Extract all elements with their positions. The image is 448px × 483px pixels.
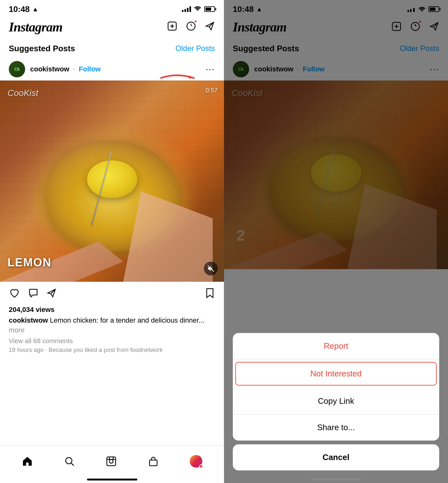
right-post-image: CooKist 2 — [224, 80, 448, 269]
right-instagram-logo: Instagram — [233, 19, 287, 35]
nav-icons — [167, 21, 215, 33]
video-duration: 0:57 — [205, 87, 218, 94]
suggested-header: Suggested Posts Older Posts — [0, 39, 224, 58]
right-nav-bar: Instagram — [224, 16, 448, 39]
more-link[interactable]: more — [9, 326, 25, 334]
lemon-label: LEMON — [8, 256, 52, 269]
right-status-bar: 10:48 ▲ — [224, 0, 448, 16]
left-status-icons — [182, 6, 215, 13]
right-battery-icon — [429, 6, 439, 12]
post-time: 19 hours ago · Because you liked a post … — [9, 347, 163, 353]
right-wifi-icon — [418, 7, 425, 12]
svg-rect-15 — [150, 460, 157, 466]
right-time: 10:48 — [233, 4, 254, 14]
left-panel: 10:48 ▲ Instagram — [0, 0, 224, 483]
left-status-bar: 10:48 ▲ — [0, 0, 224, 16]
right-cookist-watermark: CooKist — [232, 88, 262, 98]
views-count: 204,034 views — [9, 306, 215, 314]
post-info: 204,034 views cookistwow Lemon chicken: … — [0, 304, 224, 357]
comment-button[interactable] — [28, 287, 39, 301]
right-more-button[interactable]: ··· — [430, 64, 439, 74]
bookmark-button[interactable] — [205, 287, 215, 301]
not-interested-option[interactable]: Not Interested — [235, 362, 437, 386]
post-image[interactable]: CooKist 0:57 LEMON — [0, 80, 224, 282]
caption-text: Lemon chicken: for a tender and deliciou… — [50, 316, 205, 324]
right-avatar[interactable]: Ck — [233, 61, 249, 77]
left-nav-bar: Instagram — [0, 16, 224, 39]
action-sheet-main: Report Not Interested Copy Link Share to… — [233, 333, 439, 441]
right-username[interactable]: cookistwow — [254, 65, 293, 73]
left-location-arrow: ▲ — [32, 6, 39, 13]
action-icons-left — [9, 287, 58, 301]
home-nav-item[interactable] — [22, 456, 33, 467]
post-caption: cookistwow Lemon chicken: for a tender a… — [9, 316, 215, 335]
svg-point-16 — [422, 11, 423, 12]
report-option[interactable]: Report — [233, 333, 439, 359]
activity-icon[interactable] — [186, 21, 196, 33]
right-panel: 10:48 ▲ Instagram — [224, 0, 448, 483]
dot-separator: · — [73, 65, 75, 73]
left-time: 10:48 — [9, 4, 30, 14]
shop-nav-item[interactable] — [148, 456, 159, 467]
right-post-header: Ck cookistwow · Follow ··· — [224, 58, 448, 80]
right-user-info: cookistwow · Follow — [254, 65, 430, 73]
bottom-nav — [0, 445, 224, 483]
cookist-watermark: CooKist — [8, 88, 38, 98]
reels-nav-item[interactable] — [106, 456, 117, 467]
avatar[interactable]: Ck — [9, 61, 25, 77]
older-posts-link[interactable]: Older Posts — [176, 44, 215, 53]
more-button[interactable]: ··· — [206, 64, 215, 74]
follow-button[interactable]: Follow — [79, 65, 101, 73]
profile-dot — [199, 464, 203, 468]
comments-link[interactable]: View all 68 comments — [9, 337, 215, 345]
right-activity-icon[interactable] — [410, 21, 420, 33]
copy-link-option[interactable]: Copy Link — [233, 388, 439, 414]
search-nav-item[interactable] — [64, 456, 75, 467]
right-older-posts[interactable]: Older Posts — [400, 44, 439, 53]
right-home-indicator — [311, 479, 361, 480]
profile-nav-item[interactable] — [190, 455, 202, 468]
send-icon[interactable] — [205, 21, 215, 33]
svg-point-11 — [109, 459, 113, 463]
svg-line-9 — [71, 463, 74, 466]
battery-icon — [204, 6, 215, 12]
mute-button[interactable] — [204, 262, 218, 275]
slide-number: 2 — [237, 227, 245, 244]
post-username[interactable]: cookistwow — [30, 65, 69, 73]
add-icon[interactable] — [167, 21, 177, 33]
instagram-logo: Instagram — [9, 19, 63, 35]
notification-dot — [194, 20, 197, 23]
wifi-icon — [194, 6, 201, 13]
action-sheet: Report Not Interested Copy Link Share to… — [233, 333, 439, 470]
like-button[interactable] — [9, 287, 20, 301]
right-status-icons — [407, 6, 439, 12]
right-notification-dot — [418, 20, 422, 23]
right-send-icon[interactable] — [429, 21, 439, 33]
share-button[interactable] — [46, 287, 58, 301]
right-follow-button[interactable]: Follow — [303, 65, 325, 73]
svg-point-8 — [66, 458, 72, 464]
right-add-icon[interactable] — [391, 21, 402, 33]
right-suggested-title: Suggested Posts — [233, 44, 299, 53]
right-signal-icon — [407, 6, 415, 12]
cancel-button[interactable]: Cancel — [233, 444, 439, 470]
right-suggested-header: Suggested Posts Older Posts — [224, 39, 448, 58]
share-to-option[interactable]: Share to... — [233, 414, 439, 441]
suggested-title: Suggested Posts — [9, 44, 75, 53]
action-sheet-cancel: Cancel — [233, 444, 439, 470]
caption-username[interactable]: cookistwow — [9, 316, 48, 324]
signal-icon — [182, 6, 191, 12]
right-location-arrow: ▲ — [256, 6, 263, 13]
home-indicator — [87, 479, 137, 480]
post-actions — [0, 282, 224, 304]
right-panel-bg: 10:48 ▲ Instagram — [224, 0, 448, 269]
arrow-annotation — [158, 71, 199, 86]
svg-rect-10 — [107, 457, 116, 466]
right-nav-icons — [391, 21, 439, 33]
svg-point-0 — [197, 10, 198, 11]
